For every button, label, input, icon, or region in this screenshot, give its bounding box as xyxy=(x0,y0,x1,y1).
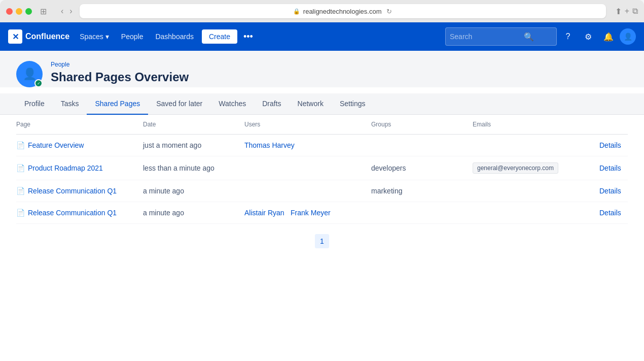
page-name: Release Communication Q1 xyxy=(28,187,117,195)
page-link-product-roadmap[interactable]: 📄 Product Roadmap 2021 xyxy=(16,164,143,172)
email-badge: general@everyonecorp.com xyxy=(473,162,558,174)
tab-overview-button[interactable]: ⧉ xyxy=(632,7,638,16)
page-number-1[interactable]: 1 xyxy=(315,234,329,248)
more-nav-button[interactable]: ••• xyxy=(239,28,257,45)
spaces-nav-item[interactable]: Spaces ▾ xyxy=(74,22,115,51)
search-bar: 🔍 xyxy=(445,27,557,46)
notifications-button[interactable]: 🔔 xyxy=(599,27,618,46)
user-profile-avatar: 👤 ✓ xyxy=(16,61,43,87)
search-icon-button[interactable]: 🔍 xyxy=(524,32,534,42)
details-link[interactable]: Details xyxy=(599,141,621,149)
tab-saved-for-later[interactable]: Saved for later xyxy=(148,93,210,115)
row-date: a minute ago xyxy=(143,209,244,217)
user-link-thomas-harvey[interactable]: Thomas Harvey xyxy=(244,141,295,149)
sidebar-toggle[interactable]: ⊞ xyxy=(37,6,50,17)
spaces-chevron-icon: ▾ xyxy=(105,32,109,41)
tab-settings[interactable]: Settings xyxy=(332,93,374,115)
main-content: Page Date Users Groups Emails 📄 Feature … xyxy=(0,115,644,258)
page-link-release-comm-q1-users[interactable]: 📄 Release Communication Q1 xyxy=(16,209,143,217)
row-date: less than a minute ago xyxy=(143,164,244,172)
confluence-logo-text: Confluence xyxy=(25,32,69,41)
spaces-label: Spaces xyxy=(80,32,103,41)
user-link-frank-meyer[interactable]: Frank Meyer xyxy=(291,209,331,217)
tab-drafts[interactable]: Drafts xyxy=(254,93,289,115)
row-date: a minute ago xyxy=(143,187,244,195)
dashboards-nav-item[interactable]: Dashboards xyxy=(149,22,200,51)
details-link[interactable]: Details xyxy=(599,187,621,195)
confluence-logo-icon: ✕ xyxy=(8,29,22,44)
table-header: Page Date Users Groups Emails xyxy=(16,115,628,135)
table-row: 📄 Release Communication Q1 a minute ago … xyxy=(16,202,628,224)
user-avatar[interactable]: 👤 xyxy=(620,28,636,45)
minimize-button[interactable] xyxy=(16,8,22,15)
create-button[interactable]: Create xyxy=(202,29,237,44)
col-header-emails: Emails xyxy=(473,121,599,128)
page-link-release-comm-q1-marketing[interactable]: 📄 Release Communication Q1 xyxy=(16,187,143,195)
details-link[interactable]: Details xyxy=(599,164,621,172)
page-icon: 📄 xyxy=(16,141,25,149)
col-header-groups: Groups xyxy=(371,121,473,128)
page-link-feature-overview[interactable]: 📄 Feature Overview xyxy=(16,141,143,149)
back-button[interactable]: ‹ xyxy=(59,6,65,17)
search-input[interactable] xyxy=(450,32,521,41)
top-nav: ✕ Confluence Spaces ▾ People Dashboards … xyxy=(0,22,644,51)
people-nav-item[interactable]: People xyxy=(115,22,150,51)
tab-tasks[interactable]: Tasks xyxy=(53,93,87,115)
reload-button[interactable]: ↻ xyxy=(386,8,392,15)
col-header-page: Page xyxy=(16,121,143,128)
help-button[interactable]: ? xyxy=(559,27,577,46)
col-header-users: Users xyxy=(244,121,371,128)
col-header-date: Date xyxy=(143,121,244,128)
table-row: 📄 Release Communication Q1 a minute ago … xyxy=(16,180,628,202)
url-text: realignedtechnologies.com xyxy=(303,8,382,15)
group-text: marketing xyxy=(371,187,473,195)
table-row: 📄 Product Roadmap 2021 less than a minut… xyxy=(16,156,628,180)
tab-shared-pages[interactable]: Shared Pages xyxy=(87,93,148,115)
verified-badge: ✓ xyxy=(34,79,43,87)
page-title: Shared Pages Overview xyxy=(51,70,189,84)
tab-watches[interactable]: Watches xyxy=(210,93,254,115)
table-row: 📄 Feature Overview just a moment ago Tho… xyxy=(16,135,628,156)
share-button[interactable]: ⬆ xyxy=(615,7,622,16)
page-header: 👤 ✓ People Shared Pages Overview xyxy=(0,51,644,87)
page-icon: 📄 xyxy=(16,164,25,172)
tab-profile[interactable]: Profile xyxy=(16,93,53,115)
user-link-alistair-ryan[interactable]: Alistair Ryan xyxy=(244,209,284,217)
page-name: Release Communication Q1 xyxy=(28,209,117,217)
pagination: 1 xyxy=(16,224,628,258)
lock-icon: 🔒 xyxy=(293,8,300,15)
forward-button[interactable]: › xyxy=(67,6,74,17)
page-name: Product Roadmap 2021 xyxy=(28,164,103,172)
address-bar: 🔒 realignedtechnologies.com ↻ xyxy=(80,4,606,18)
tab-network[interactable]: Network xyxy=(290,93,332,115)
page-icon: 📄 xyxy=(16,187,25,195)
new-tab-button[interactable]: + xyxy=(625,7,629,16)
col-header-actions xyxy=(599,121,644,128)
sub-nav: Profile Tasks Shared Pages Saved for lat… xyxy=(0,93,644,115)
close-button[interactable] xyxy=(6,8,13,15)
dashboards-label: Dashboards xyxy=(155,32,194,41)
breadcrumb[interactable]: People xyxy=(51,61,189,68)
people-label: People xyxy=(121,32,144,41)
confluence-logo[interactable]: ✕ Confluence xyxy=(8,29,69,44)
settings-button[interactable]: ⚙ xyxy=(579,27,597,46)
page-icon: 📄 xyxy=(16,209,25,217)
page-name: Feature Overview xyxy=(28,141,84,149)
details-link[interactable]: Details xyxy=(599,209,621,217)
maximize-button[interactable] xyxy=(25,8,32,15)
row-date: just a moment ago xyxy=(143,141,244,149)
group-text: developers xyxy=(371,164,473,172)
